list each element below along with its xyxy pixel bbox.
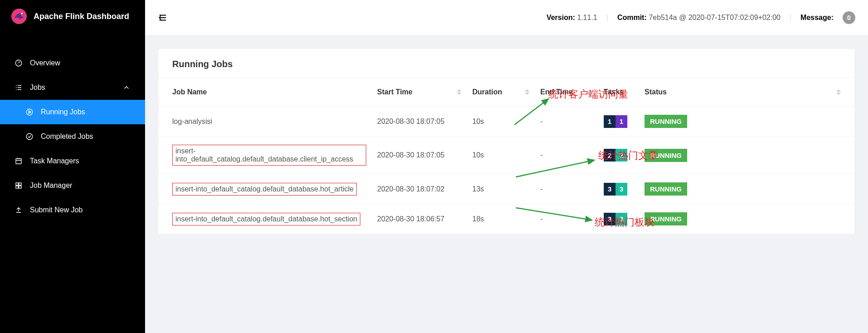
cell-status: RUNNING — [639, 137, 854, 174]
dashboard-icon — [15, 59, 23, 67]
separator: | — [606, 14, 608, 22]
status-badge: RUNNING — [645, 182, 687, 196]
play-circle-icon — [25, 108, 34, 116]
jobs-table: Job Name Start Time Duration End Time Ta… — [159, 78, 854, 234]
col-job-name[interactable]: Job Name — [159, 78, 372, 107]
list-icon — [15, 83, 23, 92]
version-info: Version: 1.11.1 — [547, 14, 597, 22]
sidebar-item-jobs[interactable]: Jobs — [0, 75, 145, 100]
sidebar-label: Job Manager — [30, 181, 72, 190]
sidebar-nav: Overview Jobs Running Jobs Completed Job… — [0, 51, 145, 222]
collapse-sidebar-button[interactable] — [158, 13, 168, 23]
sidebar-label: Overview — [30, 59, 60, 67]
cell-tasks: 22 — [598, 137, 639, 174]
table-row[interactable]: log-analysisi2020-08-30 18:07:0510s-11RU… — [159, 107, 854, 137]
table-row[interactable]: insert-into_default_catalog.default_data… — [159, 137, 854, 174]
cell-tasks: 11 — [598, 107, 639, 137]
svg-rect-9 — [19, 186, 21, 188]
chevron-up-icon — [122, 83, 131, 92]
sidebar: Apache Flink Dashboard Overview Jobs Run… — [0, 0, 145, 333]
sidebar-item-job-manager[interactable]: Job Manager — [0, 173, 145, 198]
cell-end-time: - — [535, 174, 598, 204]
cell-start-time: 2020-08-30 18:07:05 — [372, 137, 467, 174]
sidebar-label: Running Jobs — [41, 108, 85, 116]
col-duration[interactable]: Duration — [467, 78, 535, 107]
sidebar-item-overview[interactable]: Overview — [0, 51, 145, 75]
cell-tasks: 33 — [598, 204, 639, 234]
status-badge: RUNNING — [645, 212, 687, 225]
commit-info: Commit: 7eb514a @ 2020-07-15T07:02:09+02… — [617, 14, 781, 22]
svg-rect-7 — [19, 183, 21, 185]
svg-rect-8 — [16, 186, 18, 188]
svg-rect-6 — [16, 183, 18, 185]
sidebar-item-task-managers[interactable]: Task Managers — [0, 149, 145, 173]
cell-start-time: 2020-08-30 18:07:02 — [372, 174, 467, 204]
cell-duration: 13s — [467, 174, 535, 204]
sidebar-item-completed-jobs[interactable]: Completed Jobs — [0, 124, 145, 149]
cell-job-name: insert-into_default_catalog.default_data… — [159, 137, 372, 174]
cell-start-time: 2020-08-30 18:07:05 — [372, 107, 467, 137]
cell-end-time: - — [535, 107, 598, 137]
sort-icon — [525, 89, 529, 95]
col-end-time[interactable]: End Time — [535, 78, 598, 107]
table-row[interactable]: insert-into_default_catalog.default_data… — [159, 204, 854, 234]
cell-start-time: 2020-08-30 18:06:57 — [372, 204, 467, 234]
cell-end-time: - — [535, 137, 598, 174]
cell-duration: 18s — [467, 204, 535, 234]
check-circle-icon — [25, 132, 34, 141]
message-count-badge[interactable]: 0 — [843, 11, 855, 24]
cell-status: RUNNING — [639, 174, 854, 204]
col-status[interactable]: Status — [639, 78, 854, 107]
cell-duration: 10s — [467, 107, 535, 137]
cell-job-name: log-analysisi — [159, 107, 372, 137]
sort-icon — [588, 89, 593, 95]
running-jobs-card: Running Jobs Job Name Start Time Duratio… — [159, 49, 854, 234]
table-row[interactable]: insert-into_default_catalog.default_data… — [159, 174, 854, 204]
status-badge: RUNNING — [645, 115, 687, 128]
sort-icon — [836, 89, 841, 95]
sidebar-header: Apache Flink Dashboard — [0, 0, 145, 33]
main: Version: 1.11.1 | Commit: 7eb514a @ 2020… — [145, 0, 868, 333]
svg-rect-5 — [16, 159, 21, 164]
message-label: Message: — [800, 14, 834, 22]
sidebar-item-running-jobs[interactable]: Running Jobs — [0, 100, 145, 124]
cell-tasks: 33 — [598, 174, 639, 204]
cell-end-time: - — [535, 204, 598, 234]
flink-logo-icon — [11, 8, 27, 24]
cell-duration: 10s — [467, 137, 535, 174]
cell-job-name: insert-into_default_catalog.default_data… — [159, 204, 372, 234]
sidebar-label: Task Managers — [30, 157, 79, 165]
svg-point-4 — [26, 133, 33, 140]
sidebar-label: Completed Jobs — [41, 132, 93, 141]
cell-status: RUNNING — [639, 204, 854, 234]
calendar-icon — [15, 157, 23, 165]
page-title: Running Jobs — [159, 49, 854, 78]
separator: | — [790, 14, 791, 22]
grid-icon — [15, 181, 23, 190]
svg-point-1 — [21, 13, 23, 15]
cell-job-name: insert-into_default_catalog.default_data… — [159, 174, 372, 204]
sidebar-item-submit-new-job[interactable]: Submit New Job — [0, 198, 145, 222]
status-badge: RUNNING — [645, 149, 687, 162]
sidebar-label: Jobs — [30, 83, 45, 92]
sidebar-label: Submit New Job — [30, 206, 83, 214]
col-start-time[interactable]: Start Time — [372, 78, 467, 107]
col-tasks: Tasks — [598, 78, 639, 107]
sort-icon — [457, 89, 461, 95]
topbar: Version: 1.11.1 | Commit: 7eb514a @ 2020… — [145, 0, 868, 35]
app-title: Apache Flink Dashboard — [34, 12, 129, 21]
cell-status: RUNNING — [639, 107, 854, 137]
upload-icon — [15, 206, 23, 214]
